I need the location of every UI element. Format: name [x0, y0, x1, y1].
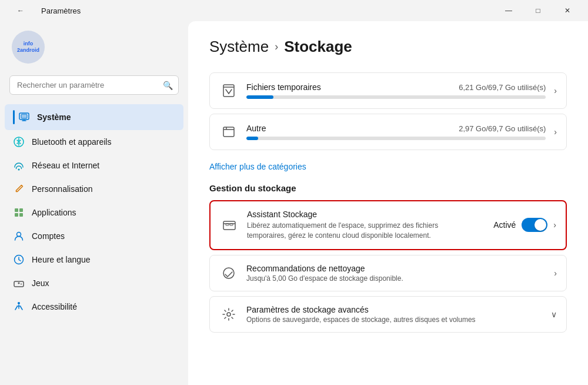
page-header: Système › Stockage [209, 38, 567, 56]
bluetooth-icon [13, 136, 25, 148]
svg-point-30 [227, 313, 230, 316]
assistant-icon [220, 215, 239, 234]
svg-point-17 [18, 302, 20, 304]
active-indicator [13, 110, 15, 124]
sidebar-item-perso-label: Personnalisation [32, 184, 93, 194]
storage-item-autre[interactable]: Autre 2,97 Go/69,7 Go utilisé(s) › [209, 114, 567, 150]
close-button[interactable]: ✕ [554, 2, 581, 19]
jeux-icon [13, 277, 25, 289]
apps-icon [13, 207, 25, 218]
svg-point-16 [21, 284, 22, 285]
assistant-chevron: › [553, 220, 556, 230]
assistant-status: Activé [493, 220, 516, 230]
assistant-right: Activé › [493, 218, 556, 232]
window-controls: — □ ✕ [495, 2, 581, 19]
autre-progress-fill [246, 137, 258, 140]
rec-icon [219, 264, 238, 283]
title-bar: ← Paramètres — □ ✕ [0, 0, 588, 21]
assistant-toggle[interactable] [522, 218, 547, 232]
profile-area: info2android [0, 21, 188, 73]
search-icon: 🔍 [163, 81, 173, 90]
svg-point-6 [18, 169, 20, 171]
nav-list: Système Bluetooth et appareils [0, 102, 188, 321]
temp-label: Fichiers temporaires [246, 82, 321, 92]
gestion-title: Gestion du stockage [209, 183, 567, 193]
sidebar-item-access-label: Accessibilité [32, 302, 77, 311]
svg-rect-18 [223, 85, 234, 97]
sidebar-item-perso[interactable]: Personnalisation [5, 177, 183, 201]
sidebar-item-access[interactable]: Accessibilité [5, 295, 183, 318]
access-icon [13, 301, 25, 313]
sidebar-item-systeme-label: Système [37, 112, 71, 122]
rec-info: Recommandations de nettoyage Jusqu'à 5,0… [246, 264, 546, 283]
svg-line-19 [226, 89, 229, 94]
rec-title: Recommandations de nettoyage [246, 264, 546, 273]
adv-title: Paramètres de stockage avancés [246, 305, 543, 314]
assistant-description: Libérez automatiquement de l'espace, sup… [247, 221, 447, 241]
sidebar-item-jeux[interactable]: Jeux [5, 271, 183, 295]
search-box[interactable]: 🔍 [9, 75, 179, 95]
temp-info: Fichiers temporaires 6,21 Go/69,7 Go uti… [246, 82, 546, 99]
page-title: Stockage [284, 38, 352, 56]
sidebar-item-systeme[interactable]: Système [5, 104, 183, 130]
app-title: Paramètres [41, 6, 81, 15]
sidebar-item-applications-label: Applications [32, 208, 76, 217]
svg-rect-8 [19, 208, 23, 212]
search-input[interactable] [9, 75, 179, 95]
sidebar-item-bluetooth-label: Bluetooth et appareils [32, 137, 111, 147]
storage-item-temp[interactable]: Fichiers temporaires 6,21 Go/69,7 Go uti… [209, 72, 567, 109]
adv-icon [219, 305, 238, 324]
svg-point-11 [17, 233, 21, 237]
temp-icon [219, 81, 238, 100]
svg-point-29 [223, 268, 234, 278]
assistant-title: Assistant Stockage [247, 210, 485, 219]
sidebar-item-heure-label: Heure et langue [32, 255, 91, 264]
sidebar: info2android 🔍 Système [0, 21, 188, 385]
autre-label: Autre [246, 124, 266, 133]
temp-progress-fill [246, 95, 273, 99]
reseau-icon [13, 160, 25, 171]
heure-icon [13, 254, 25, 265]
svg-line-20 [229, 89, 232, 94]
title-bar-left: ← Paramètres [7, 2, 81, 19]
adv-card[interactable]: Paramètres de stockage avancés Options d… [209, 296, 567, 333]
rec-card[interactable]: Recommandations de nettoyage Jusqu'à 5,0… [209, 255, 567, 291]
svg-rect-10 [19, 213, 23, 217]
adv-description: Options de sauvegarde, espaces de stocka… [246, 316, 543, 324]
sidebar-item-bluetooth[interactable]: Bluetooth et appareils [5, 130, 183, 154]
adv-info: Paramètres de stockage avancés Options d… [246, 305, 543, 324]
assistant-card[interactable]: Assistant Stockage Libérez automatiqueme… [209, 200, 567, 250]
temp-chevron: › [554, 86, 557, 95]
temp-progress-bg [246, 95, 546, 99]
main-content: Système › Stockage Fichiers temporaires … [188, 21, 588, 385]
autre-chevron: › [554, 127, 557, 137]
svg-rect-9 [15, 213, 18, 217]
show-more-link[interactable]: Afficher plus de catégories [209, 162, 306, 171]
svg-rect-1 [21, 114, 27, 118]
back-button[interactable]: ← [7, 2, 34, 19]
minimize-button[interactable]: — [495, 2, 522, 19]
autre-info: Autre 2,97 Go/69,7 Go utilisé(s) [246, 124, 546, 140]
assistant-info: Assistant Stockage Libérez automatiqueme… [247, 210, 485, 241]
svg-rect-22 [223, 127, 234, 137]
sidebar-item-comptes[interactable]: Comptes [5, 224, 183, 248]
sidebar-item-applications[interactable]: Applications [5, 201, 183, 224]
breadcrumb-system: Système [209, 38, 269, 56]
sidebar-item-comptes-label: Comptes [32, 231, 65, 241]
rec-description: Jusqu'à 5,00 Go d'espace de stockage dis… [246, 274, 546, 283]
maximize-button[interactable]: □ [524, 2, 552, 19]
avatar: info2android [12, 31, 45, 64]
autre-icon [219, 122, 238, 141]
toggle-knob [534, 219, 546, 231]
sidebar-item-heure[interactable]: Heure et langue [5, 248, 183, 271]
svg-rect-25 [223, 221, 235, 230]
systeme-icon [18, 111, 30, 123]
rec-chevron: › [554, 268, 557, 278]
sidebar-item-reseau[interactable]: Réseau et Internet [5, 154, 183, 177]
perso-icon [13, 183, 25, 195]
breadcrumb-chevron: › [275, 41, 278, 53]
autre-size: 2,97 Go/69,7 Go utilisé(s) [459, 124, 546, 133]
app-body: info2android 🔍 Système [0, 21, 588, 385]
comptes-icon [13, 230, 25, 242]
temp-size: 6,21 Go/69,7 Go utilisé(s) [459, 83, 546, 92]
